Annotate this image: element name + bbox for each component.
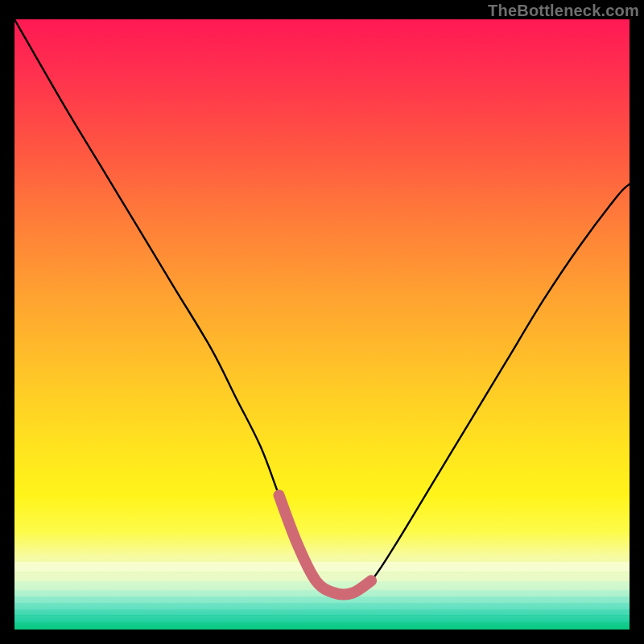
bottleneck-curve [14, 19, 630, 595]
watermark-text: TheBottleneck.com [488, 2, 639, 20]
valley-highlight [279, 495, 372, 594]
plot-area [14, 19, 630, 630]
chart-container: TheBottleneck.com [0, 0, 644, 644]
curve-layer [14, 19, 630, 630]
